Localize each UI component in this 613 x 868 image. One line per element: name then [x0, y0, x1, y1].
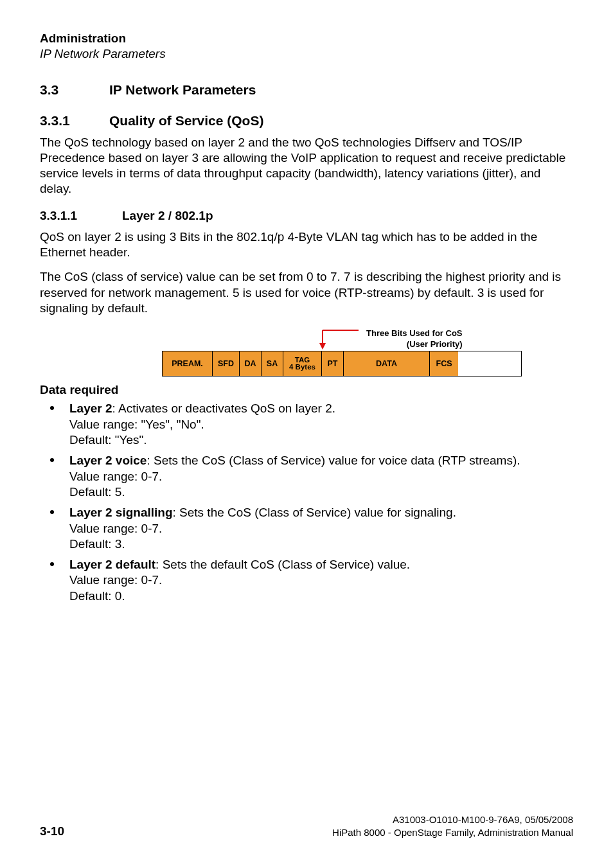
bullet-default: Default: 3. [69, 537, 125, 551]
page-number: 3-10 [40, 824, 64, 838]
bullet-rest: : Sets the CoS (Class of Service) value … [147, 454, 520, 467]
page-footer: 3-10 A31003-O1010-M100-9-76A9, 05/05/200… [40, 813, 573, 838]
bullet-icon [50, 458, 54, 462]
cos-line1: Three Bits Used for CoS [366, 329, 463, 339]
heading-3.3: 3.3 IP Network Parameters [40, 82, 573, 98]
svg-marker-2 [319, 343, 326, 350]
bullet-range: Value range: 0-7. [69, 522, 162, 535]
bullet-list: Layer 2: Activates or deactivates QoS on… [40, 401, 573, 604]
list-item: Layer 2: Activates or deactivates QoS on… [40, 401, 573, 448]
header-subsection-name: IP Network Parameters [40, 46, 573, 62]
bullet-rest: : Activates or deactivates QoS on layer … [112, 402, 335, 415]
bullet-lead: Layer 2 [69, 402, 112, 415]
page: Administration IP Network Parameters 3.3… [0, 0, 613, 868]
heading-title: IP Network Parameters [109, 82, 256, 98]
cos-callout-text: Three Bits Used for CoS (User Priority) [366, 329, 463, 351]
paragraph-layer2-b: The CoS (class of service) value can be … [40, 269, 573, 316]
bullet-icon [50, 406, 54, 410]
list-item: Layer 2 signalling: Sets the CoS (Class … [40, 505, 573, 552]
paragraph-layer2-a: QoS on layer 2 is using 3 Bits in the 80… [40, 229, 573, 261]
bullet-lead: Layer 2 signalling [69, 506, 173, 519]
bullet-range: Value range: 0-7. [69, 573, 162, 587]
heading-3.3.1: 3.3.1 Quality of Service (QoS) [40, 113, 573, 128]
bullet-default: Default: "Yes". [69, 433, 147, 447]
cell-pt: PT [322, 351, 344, 376]
bullet-lead: Layer 2 default [69, 558, 155, 571]
bullet-rest: : Sets the CoS (Class of Service) value … [173, 506, 456, 519]
ethernet-frame-diagram: Three Bits Used for CoS (User Priority) … [162, 325, 522, 376]
heading-3.3.1.1: 3.3.1.1 Layer 2 / 802.1p [40, 209, 573, 223]
bullet-range: Value range: "Yes", "No". [69, 418, 204, 431]
cell-data: DATA [344, 351, 430, 376]
data-required-label: Data required [40, 383, 573, 397]
paragraph-qos-intro: The QoS technology based on layer 2 and … [40, 135, 573, 197]
list-item: Layer 2 voice: Sets the CoS (Class of Se… [40, 453, 573, 500]
bullet-lead: Layer 2 voice [69, 454, 147, 467]
cell-tag: TAG 4 Bytes [283, 351, 322, 376]
heading-number: 3.3.1.1 [40, 209, 122, 223]
cell-sfd: SFD [213, 351, 240, 376]
list-item: Layer 2 default: Sets the default CoS (C… [40, 557, 573, 604]
bullet-icon [50, 562, 54, 566]
cos-callout: Three Bits Used for CoS (User Priority) [316, 325, 522, 351]
cell-da: DA [240, 351, 262, 376]
cell-fcs: FCS [430, 351, 458, 376]
heading-number: 3.3.1 [40, 113, 109, 128]
bullet-default: Default: 5. [69, 485, 125, 499]
footer-right-block: A31003-O1010-M100-9-76A9, 05/05/2008 HiP… [332, 813, 573, 838]
footer-docref: A31003-O1010-M100-9-76A9, 05/05/2008 [332, 813, 573, 826]
bullet-default: Default: 0. [69, 589, 125, 603]
heading-number: 3.3 [40, 82, 109, 98]
footer-doctitle: HiPath 8000 - OpenStage Family, Administ… [332, 826, 573, 839]
cell-tag-line2: 4 Bytes [289, 364, 315, 371]
cell-pream: PREAM. [163, 351, 213, 376]
page-header: Administration IP Network Parameters [40, 31, 573, 62]
bullet-icon [50, 510, 54, 514]
heading-title: Quality of Service (QoS) [109, 113, 263, 128]
cell-sa: SA [262, 351, 283, 376]
bullet-rest: : Sets the default CoS (Class of Service… [155, 558, 410, 571]
bullet-range: Value range: 0-7. [69, 470, 162, 483]
callout-arrow-icon [316, 325, 361, 351]
cos-line2: (User Priority) [366, 340, 463, 350]
ethernet-frame-cells: PREAM. SFD DA SA TAG 4 Bytes PT DATA FCS [162, 351, 522, 376]
header-section-name: Administration [40, 31, 573, 46]
heading-title: Layer 2 / 802.1p [122, 209, 213, 223]
